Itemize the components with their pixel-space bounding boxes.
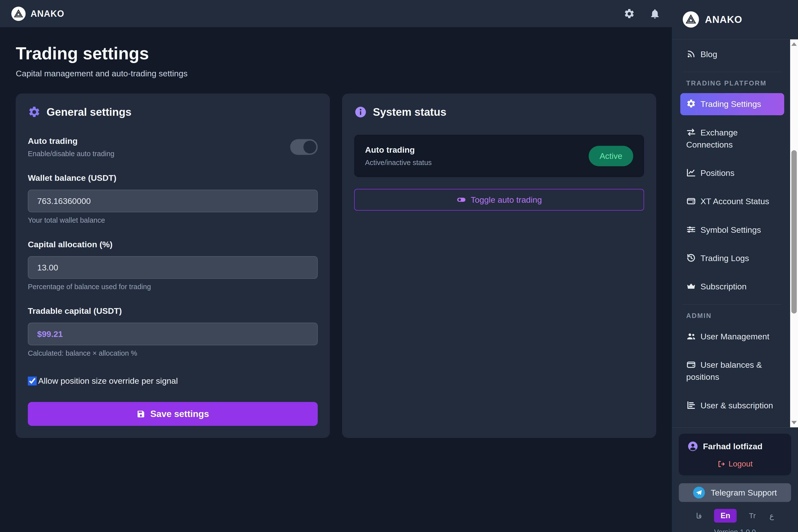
sidebar-item-subscription[interactable]: Subscription [680, 276, 784, 298]
page-content: Trading settings Capital management and … [0, 28, 672, 448]
telegram-icon [693, 487, 705, 498]
scrollbar-down-arrow-icon[interactable] [791, 421, 797, 424]
tradable-capital-input[interactable] [28, 323, 318, 345]
sidebar-item-label: User Management [701, 332, 770, 341]
sidebar-item-exchange-connections[interactable]: Exchange Connections [680, 122, 784, 156]
blog-icon [686, 49, 696, 59]
cards-row: General settings Auto trading Enable/dis… [16, 94, 656, 438]
page-subtitle: Capital management and auto-trading sett… [16, 69, 656, 78]
sidebar-item-label: Blog [701, 50, 717, 59]
lang-en-button[interactable]: En [714, 509, 737, 522]
card-title-text: General settings [46, 106, 132, 118]
auto-trading-status-panel: Auto trading Active/inactive status Acti… [354, 135, 644, 177]
section-label-admin: ADMIN [686, 312, 784, 320]
override-checkbox-row: Allow position size override per signal [28, 376, 318, 386]
divider [683, 304, 782, 305]
status-texts: Auto trading Active/inactive status [365, 145, 432, 167]
page-title: Trading settings [16, 43, 656, 63]
system-status-card: System status Auto trading Active/inacti… [342, 94, 656, 438]
tradable-capital-field: Tradable capital (USDT) Calculated: bala… [28, 306, 318, 357]
sidebar-item-label: User balances & positions [686, 360, 762, 381]
wallet-icon [686, 196, 696, 206]
sidebar-scrollbar[interactable] [790, 39, 798, 427]
telegram-support-button[interactable]: Telegram Support [679, 483, 791, 502]
sidebar-item-positions[interactable]: Positions [680, 162, 784, 184]
general-settings-title-row: General settings [28, 106, 318, 118]
info-icon [354, 106, 367, 118]
logout-icon [717, 460, 725, 468]
sidebar-item-label: Trading Settings [701, 99, 761, 109]
brand: ANAKO [11, 7, 64, 21]
sidebar-item-blog[interactable]: Blog [680, 43, 784, 65]
tradable-capital-help: Calculated: balance × allocation % [28, 349, 318, 357]
capital-allocation-field: Capital allocation (%) Percentage of bal… [28, 240, 318, 291]
sidebar-item-label: Symbol Settings [701, 225, 761, 234]
lang-tr-button[interactable]: Tr [747, 510, 757, 521]
chart-bars-icon [686, 400, 696, 410]
sidebar-item-label: Trading Logs [701, 253, 749, 263]
chart-line-icon [686, 168, 696, 177]
crown-icon [686, 281, 696, 291]
app-root: ANAKO Trading settings Capital managemen… [0, 0, 798, 532]
language-switcher: فا En Tr ع [679, 509, 791, 522]
auto-trading-toggle[interactable] [290, 139, 318, 155]
tradable-capital-label: Tradable capital (USDT) [28, 306, 318, 316]
toggle-knob [303, 141, 316, 153]
override-checkbox[interactable] [28, 377, 37, 385]
capital-allocation-help: Percentage of balance used for trading [28, 283, 318, 291]
logout-label: Logout [728, 459, 753, 469]
auto-trading-row: Auto trading Enable/disable auto trading [28, 136, 318, 158]
sidebar-item-label: Positions [701, 168, 735, 177]
wallet-balance-input[interactable] [28, 190, 318, 212]
system-status-title-row: System status [354, 106, 644, 118]
wallet-balance-help: Your total wallet balance [28, 216, 318, 224]
users-icon [686, 331, 696, 341]
lang-ar-button[interactable]: ع [768, 510, 775, 522]
sidebar-brand-name: ANAKO [705, 14, 742, 25]
gear-icon [686, 99, 696, 109]
sidebar-item-symbol-settings[interactable]: Symbol Settings [680, 219, 784, 241]
card-title-text: System status [373, 106, 446, 118]
sidebar-item-trading-logs[interactable]: Trading Logs [680, 247, 784, 269]
auto-trading-texts: Auto trading Enable/disable auto trading [28, 136, 114, 158]
gear-icon [28, 106, 41, 118]
sidebar-item-trading-settings[interactable]: Trading Settings [680, 93, 784, 115]
scrollbar-thumb[interactable] [791, 150, 797, 314]
top-header-bar: ANAKO [0, 0, 672, 28]
sidebar-item-xt-account-status[interactable]: XT Account Status [680, 190, 784, 212]
logout-button[interactable]: Logout [687, 459, 783, 469]
status-row-help: Active/inactive status [365, 158, 432, 167]
toggle-auto-trading-button[interactable]: Toggle auto trading [354, 189, 644, 211]
section-label-trading-platform: TRADING PLATFORM [686, 79, 784, 87]
sidebar-item-user-management[interactable]: User Management [680, 326, 784, 347]
brand-name: ANAKO [31, 8, 64, 19]
wallet-balance-label: Wallet balance (USDT) [28, 173, 318, 183]
sidebar-item-label: User & subscription [701, 401, 773, 410]
status-badge: Active [589, 146, 633, 166]
capital-allocation-label: Capital allocation (%) [28, 240, 318, 249]
scrollbar-up-arrow-icon[interactable] [791, 42, 797, 46]
capital-allocation-input[interactable] [28, 256, 318, 279]
swap-arrows-icon [686, 127, 696, 137]
sidebar-nav: Blog TRADING PLATFORM Trading Settings E… [672, 39, 798, 417]
sidebar-item-label: Subscription [701, 282, 746, 291]
auto-trading-help: Enable/disable auto trading [28, 150, 114, 158]
main-column: ANAKO Trading settings Capital managemen… [0, 0, 672, 532]
sidebar-item-user-balances-positions[interactable]: User balances & positions [680, 354, 784, 388]
sidebar-bottom-section: Farhad lotfizad Logout Telegram Support … [672, 427, 798, 532]
user-row: Farhad lotfizad [687, 441, 783, 452]
sidebar-scroll-area: Blog TRADING PLATFORM Trading Settings E… [672, 39, 798, 427]
auto-trading-label: Auto trading [28, 136, 114, 146]
telegram-button-label: Telegram Support [711, 488, 777, 497]
save-button-label: Save settings [150, 409, 209, 419]
bell-icon[interactable] [649, 8, 661, 19]
save-settings-button[interactable]: Save settings [28, 402, 318, 426]
user-avatar-icon [687, 441, 699, 452]
toggle-icon [456, 195, 466, 205]
gear-icon[interactable] [624, 8, 635, 19]
divider [683, 72, 782, 72]
sidebar-item-user-subscription[interactable]: User & subscription [680, 395, 784, 417]
sliders-icon [686, 225, 696, 234]
lang-fa-button[interactable]: فا [695, 510, 703, 522]
toggle-button-label: Toggle auto trading [471, 195, 542, 205]
